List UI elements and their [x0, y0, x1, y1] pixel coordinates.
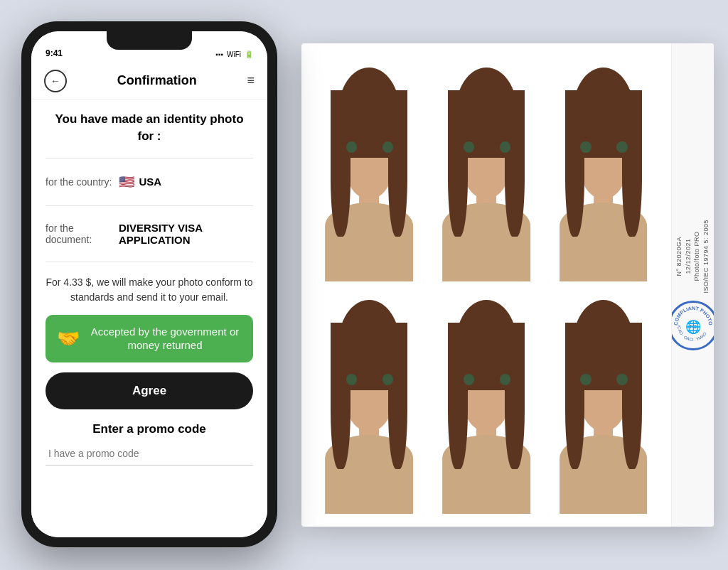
signal-icon: ▪▪▪	[215, 50, 223, 58]
sidebar-info: N° 82020GA 12/12/2021 Photo/foto PRO ISO…	[675, 220, 710, 294]
sidebar-brand: Photo/foto PRO	[693, 220, 702, 294]
divider-2	[46, 205, 253, 206]
agree-button[interactable]: Agree	[46, 372, 253, 409]
guarantee-icon: 🤝	[57, 328, 80, 350]
sidebar-date: 12/12/2021	[684, 220, 693, 294]
wifi-icon: WiFi	[227, 50, 241, 58]
phone-notch	[107, 31, 192, 50]
photo-sidebar: N° 82020GA 12/12/2021 Photo/foto PRO ISO…	[671, 43, 714, 527]
photo-grid	[301, 43, 671, 527]
country-label: for the country:	[46, 176, 112, 188]
phone-inner: 9:41 ▪▪▪ WiFi 🔋 ← Confirmation ≡ You hav…	[31, 31, 267, 537]
country-value: 🇺🇸 USA	[119, 174, 161, 190]
document-value: DIVERSITY VISA APPLICATION	[119, 222, 253, 246]
photo-cell-3	[548, 56, 658, 281]
photo-cell-6	[548, 289, 658, 514]
phone: 9:41 ▪▪▪ WiFi 🔋 ← Confirmation ≡ You hav…	[21, 21, 277, 547]
nav-bar: ← Confirmation ≡	[31, 63, 267, 100]
document-label: for the document:	[46, 222, 112, 245]
divider-1	[46, 158, 253, 158]
back-button[interactable]: ←	[44, 70, 67, 92]
country-name: USA	[139, 176, 161, 188]
price-text: For 4.33 $, we will make your photo conf…	[46, 275, 253, 305]
compliant-stamp: COMPLIANT PHOTOS ICAO · OACI · YMAO FO 🌐	[671, 301, 714, 350]
status-time: 9:41	[46, 48, 63, 58]
photo-person-5	[432, 289, 542, 514]
document-row: for the document: DIVERSITY VISA APPLICA…	[46, 219, 253, 249]
scene: 9:41 ▪▪▪ WiFi 🔋 ← Confirmation ≡ You hav…	[0, 0, 728, 570]
promo-input[interactable]	[46, 442, 253, 466]
photo-person-6	[548, 289, 658, 514]
divider-3	[46, 262, 253, 262]
photo-sheet: N° 82020GA 12/12/2021 Photo/foto PRO ISO…	[301, 43, 714, 527]
sidebar-standard: ISO/IEC 19794 5: 2005	[702, 220, 711, 294]
photo-cell-1	[314, 56, 424, 281]
heading: You have made an identity photo for :	[46, 111, 253, 145]
phone-content: You have made an identity photo for : fo…	[31, 100, 267, 537]
photo-person-3	[548, 56, 658, 281]
battery-icon: 🔋	[245, 50, 253, 58]
promo-section: Enter a promo code	[46, 419, 253, 466]
photo-cell-4	[314, 289, 424, 514]
status-icons: ▪▪▪ WiFi 🔋	[215, 50, 253, 58]
back-icon: ←	[50, 75, 60, 87]
globe-icon: 🌐	[685, 319, 701, 335]
country-row: for the country: 🇺🇸 USA	[46, 171, 253, 193]
nav-title: Confirmation	[117, 73, 197, 88]
sidebar-number: N° 82020GA	[675, 220, 684, 294]
guarantee-text: Accepted by the government or money retu…	[88, 325, 242, 353]
photo-cell-2	[432, 56, 542, 281]
photo-person-2	[432, 56, 542, 281]
photo-person-1	[314, 56, 424, 281]
photo-cell-5	[432, 289, 542, 514]
photo-person-4	[314, 289, 424, 514]
promo-title: Enter a promo code	[46, 422, 253, 436]
menu-icon[interactable]: ≡	[247, 73, 255, 88]
guarantee-banner: 🤝 Accepted by the government or money re…	[46, 315, 253, 362]
flag-icon: 🇺🇸	[119, 174, 134, 190]
